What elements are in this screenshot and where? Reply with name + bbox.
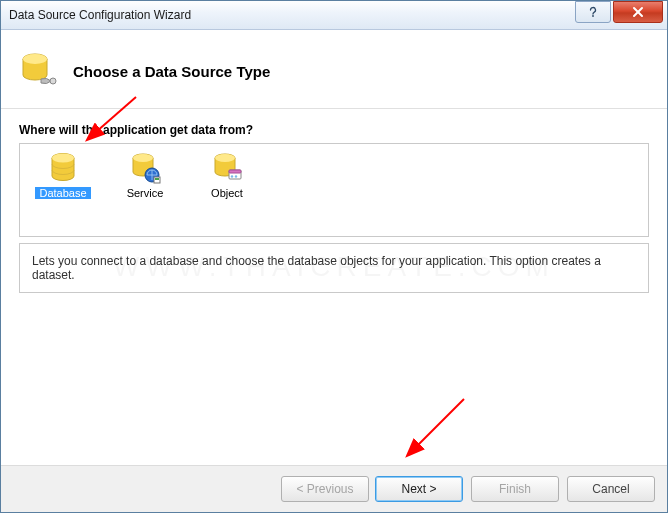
svg-point-17 (231, 175, 233, 177)
previous-button: < Previous (281, 476, 369, 502)
wizard-window: Data Source Configuration Wizard (0, 0, 668, 513)
svg-rect-12 (155, 178, 159, 180)
svg-point-4 (23, 54, 47, 64)
window-title: Data Source Configuration Wizard (9, 8, 573, 22)
svg-rect-16 (229, 170, 241, 173)
header-panel: Choose a Data Source Type (1, 30, 667, 108)
titlebar: Data Source Configuration Wizard (1, 1, 667, 30)
finish-button: Finish (471, 476, 559, 502)
content-area: Where will the application get data from… (1, 109, 667, 465)
svg-point-5 (50, 78, 56, 84)
option-service[interactable]: Service (114, 152, 176, 200)
next-button[interactable]: Next > (375, 476, 463, 502)
help-button[interactable] (575, 1, 611, 23)
svg-point-9 (133, 154, 153, 162)
svg-point-7 (52, 154, 74, 163)
svg-point-14 (215, 154, 235, 162)
svg-point-0 (592, 15, 594, 17)
close-button[interactable] (613, 1, 663, 23)
option-service-label: Service (123, 187, 168, 199)
svg-point-18 (235, 175, 237, 177)
database-wizard-icon (19, 51, 59, 91)
header-title: Choose a Data Source Type (73, 63, 270, 80)
service-icon (129, 152, 161, 184)
option-object[interactable]: Object (196, 152, 258, 200)
window-controls (573, 1, 663, 29)
cancel-button[interactable]: Cancel (567, 476, 655, 502)
question-label: Where will the application get data from… (19, 123, 649, 137)
option-object-label: Object (207, 187, 247, 199)
footer: < Previous Next > Finish Cancel (1, 465, 667, 512)
option-database[interactable]: Database (32, 152, 94, 200)
option-database-label: Database (35, 187, 90, 199)
options-box: Database Service (19, 143, 649, 237)
database-icon (47, 152, 79, 184)
watermark: WWW.THAICREATE.COM (113, 251, 555, 283)
object-icon (211, 152, 243, 184)
